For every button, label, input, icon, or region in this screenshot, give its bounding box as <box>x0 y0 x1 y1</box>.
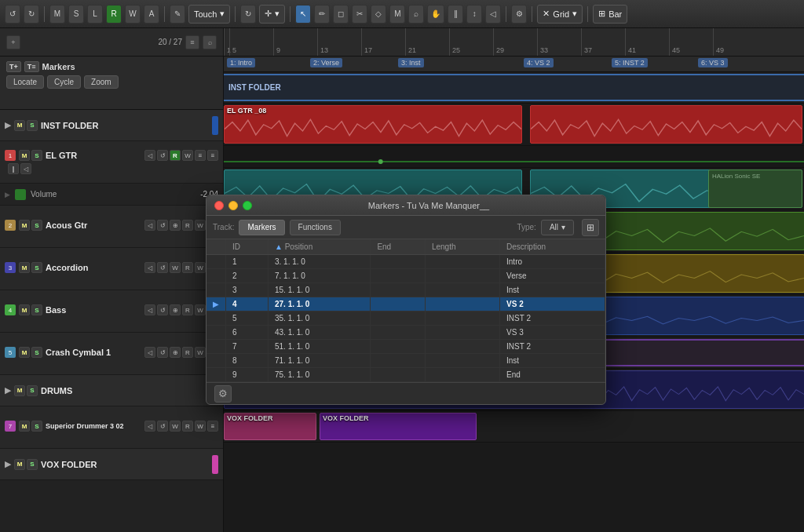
bass-solo-btn[interactable]: S <box>31 304 42 315</box>
col-end[interactable]: End <box>371 239 426 255</box>
speaker-btn[interactable]: ◁ <box>485 5 501 24</box>
table-row[interactable]: 315. 1. 1. 0Inst <box>206 283 605 297</box>
accordion-ctrl-3[interactable]: W <box>170 262 181 273</box>
el-gtr-bc-2[interactable]: ◁ <box>20 163 31 174</box>
mode-w-button[interactable]: W <box>125 5 141 24</box>
el-gtr-clip-2[interactable] <box>530 105 802 144</box>
el-gtr-solo-btn[interactable]: S <box>31 150 42 161</box>
table-row[interactable]: ▶427. 1. 1. 0VS 2 <box>206 297 605 312</box>
accordion-solo-btn[interactable]: S <box>31 262 42 273</box>
markers-table-wrap[interactable]: ID ▲ Position End Length Description 13.… <box>206 239 605 382</box>
inst-folder-mute-btn[interactable]: M <box>14 120 25 131</box>
vox-clip-2[interactable]: VOX FOLDER <box>320 413 477 440</box>
grid-dropdown[interactable]: ✕ Grid ▾ <box>537 5 583 24</box>
drums-solo-btn[interactable]: S <box>27 385 38 396</box>
bass-ctrl-1[interactable]: ◁ <box>144 304 155 315</box>
redo-button[interactable]: ↻ <box>24 5 39 24</box>
cycle-button[interactable]: ↻ <box>240 5 256 24</box>
vox-clip-1[interactable]: VOX FOLDER <box>224 413 316 440</box>
split-tool-button[interactable]: ‖ <box>448 5 463 24</box>
bass-ctrl-2[interactable]: ↺ <box>157 304 168 315</box>
mode-r-button[interactable]: R <box>106 5 122 24</box>
acous-gtr-ctrl-1[interactable]: ◁ <box>144 220 155 231</box>
sup-ctrl-5[interactable]: W <box>195 421 206 432</box>
vel-tool-button[interactable]: ↕ <box>466 5 482 24</box>
list-view-button[interactable]: ≡ <box>185 35 199 49</box>
acous-gtr-ctrl-5[interactable]: W <box>195 220 206 231</box>
el-gtr-ctrl-3[interactable]: W <box>182 150 193 161</box>
mode-a-button[interactable]: A <box>144 5 159 24</box>
accordion-ctrl-1[interactable]: ◁ <box>144 262 155 273</box>
folder-expand-icon[interactable]: ▶ <box>5 120 11 130</box>
dialog-options-btn[interactable]: ⊞ <box>582 219 599 236</box>
inst-folder-solo-btn[interactable]: S <box>27 120 38 131</box>
close-button[interactable] <box>214 201 224 210</box>
acous-gtr-ctrl-4[interactable]: R <box>182 220 193 231</box>
pencil-button[interactable]: ✎ <box>170 5 185 24</box>
erase-tool-button[interactable]: ◻ <box>333 5 349 24</box>
col-position[interactable]: ▲ Position <box>268 239 370 255</box>
glue-tool-button[interactable]: ◇ <box>371 5 386 24</box>
table-row[interactable]: 27. 1. 1. 0Verse <box>206 269 605 283</box>
el-gtr-r-btn[interactable]: R <box>170 150 181 161</box>
sup-ctrl-6[interactable]: ≡ <box>207 421 218 432</box>
arrow-tool-button[interactable]: ↖ <box>295 5 311 24</box>
crash-solo-btn[interactable]: S <box>31 347 42 358</box>
markers-tab[interactable]: Markers <box>239 220 284 235</box>
vox-mute-btn[interactable]: M <box>14 459 25 470</box>
mode-l-button[interactable]: L <box>87 5 103 24</box>
sup-ctrl-2[interactable]: ↺ <box>157 421 168 432</box>
accordion-ctrl-5[interactable]: W <box>195 262 206 273</box>
undo-button[interactable]: ↺ <box>5 5 20 24</box>
mode-s-button[interactable]: S <box>68 5 84 24</box>
table-row[interactable]: 535. 1. 1. 0INST 2 <box>206 312 605 326</box>
acous-gtr-ctrl-2[interactable]: ↺ <box>157 220 168 231</box>
bass-ctrl-4[interactable]: R <box>182 304 193 315</box>
drums-expand-icon[interactable]: ▶ <box>5 385 11 395</box>
add-track-button[interactable]: + <box>6 35 20 49</box>
search-button[interactable]: ⌕ <box>203 35 217 49</box>
sup-mute-btn[interactable]: M <box>19 421 30 432</box>
sup-ctrl-4[interactable]: R <box>182 421 193 432</box>
accordion-ctrl-2[interactable]: ↺ <box>157 262 168 273</box>
zoom-tool-button[interactable]: ⌕ <box>408 5 424 24</box>
type-dropdown[interactable]: All ▾ <box>541 220 574 235</box>
cycle-button[interactable]: Cycle <box>47 75 81 89</box>
table-row[interactable]: 13. 1. 1. 0Intro <box>206 255 605 269</box>
crash-ctrl-3[interactable]: ⊕ <box>170 347 181 358</box>
auto-expand-icon[interactable]: ▶ <box>5 191 10 199</box>
minimize-button[interactable] <box>228 201 238 210</box>
crash-ctrl-4[interactable]: R <box>182 347 193 358</box>
sup-ctrl-1[interactable]: ◁ <box>144 421 155 432</box>
table-row[interactable]: 643. 1. 1. 0VS 3 <box>206 326 605 340</box>
el-gtr-mute-btn[interactable]: M <box>19 150 30 161</box>
col-indicator[interactable] <box>206 239 226 255</box>
gear-button[interactable]: ⚙ <box>214 385 232 403</box>
touch-dropdown[interactable]: Touch ▾ <box>188 5 230 24</box>
col-length[interactable]: Length <box>425 239 499 255</box>
bass-ctrl-3[interactable]: ⊕ <box>170 304 181 315</box>
mode-m-button[interactable]: M <box>49 5 65 24</box>
bar-dropdown[interactable]: ⊞ Bar <box>593 5 627 24</box>
draw-tool-button[interactable]: ✏ <box>314 5 330 24</box>
vox-solo-btn[interactable]: S <box>27 459 38 470</box>
acous-gtr-solo-btn[interactable]: S <box>31 220 42 231</box>
mute-tool-button[interactable]: M <box>389 5 405 24</box>
el-gtr-ctrl-2[interactable]: ↺ <box>157 150 168 161</box>
el-gtr-ctrl-4[interactable]: ≡ <box>195 150 206 161</box>
pan-tool-button[interactable]: ✋ <box>427 5 444 24</box>
crash-ctrl-2[interactable]: ↺ <box>157 347 168 358</box>
zoom-button[interactable]: Zoom <box>84 75 119 89</box>
acous-gtr-mute-btn[interactable]: M <box>19 220 30 231</box>
vox-expand-icon[interactable]: ▶ <box>5 459 11 469</box>
acous-gtr-ctrl-3[interactable]: ⊕ <box>170 220 181 231</box>
locate-button[interactable]: Locate <box>6 75 44 89</box>
maximize-button[interactable] <box>243 201 252 210</box>
col-id[interactable]: ID <box>226 239 269 255</box>
bass-ctrl-5[interactable]: W <box>195 304 206 315</box>
accordion-mute-btn[interactable]: M <box>19 262 30 273</box>
halion-clip[interactable]: HALion Sonic SE <box>708 169 802 208</box>
sup-ctrl-3[interactable]: W <box>170 421 181 432</box>
table-row[interactable]: 751. 1. 1. 0INST 2 <box>206 340 605 354</box>
crash-ctrl-1[interactable]: ◁ <box>144 347 155 358</box>
